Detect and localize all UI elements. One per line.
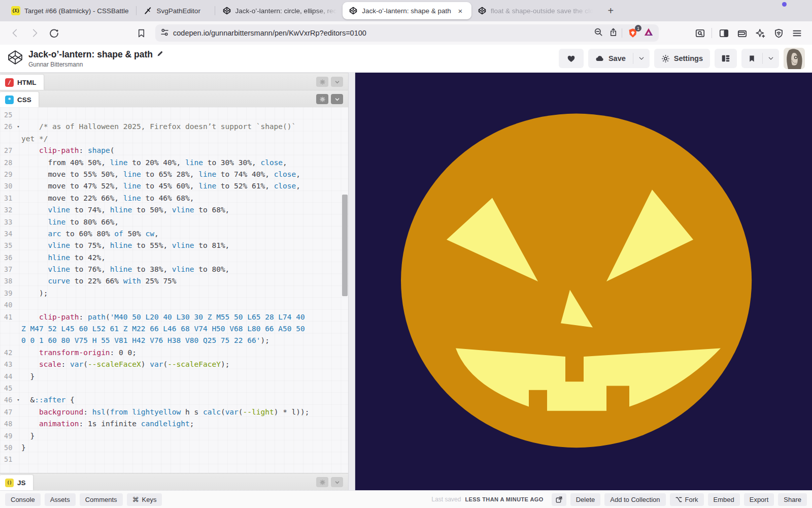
url-text[interactable]: codepen.io/gunnarbittersmann/pen/KwVxrRp…: [173, 29, 590, 37]
css-settings-gear-icon[interactable]: [316, 94, 328, 104]
back-button[interactable]: [7, 25, 23, 41]
code-line[interactable]: 46▾ &::after {: [0, 394, 348, 406]
js-collapse-caret[interactable]: [331, 477, 343, 487]
statusbar-comments-button[interactable]: Comments: [80, 493, 123, 506]
browser-tab[interactable]: {X}Target #66 (Batmicky) - CSSBattle: [5, 2, 135, 19]
pin-button[interactable]: [741, 49, 762, 68]
statusbar-console-button[interactable]: Console: [5, 493, 41, 506]
pin-options-caret[interactable]: [763, 49, 779, 68]
code-line[interactable]: 50}: [0, 442, 348, 454]
css-code-editor[interactable]: 2526▾ /* as of Halloween 2025, Firefox d…: [0, 107, 348, 473]
code-line[interactable]: 30 move to 47% 52%, line to 45% 60%, lin…: [0, 180, 348, 192]
share-button[interactable]: Share: [778, 493, 807, 506]
code-line[interactable]: 29 move to 55% 50%, line to 65% 28%, lin…: [0, 169, 348, 180]
new-tab-button[interactable]: +: [603, 4, 618, 18]
vpn-shield-icon[interactable]: [770, 25, 787, 41]
fold-gutter: [15, 252, 21, 264]
html-collapse-caret[interactable]: [331, 77, 343, 87]
leo-ai-sparkle-icon[interactable]: [752, 25, 768, 41]
browser-tab[interactable]: SvgPathEditor: [138, 2, 214, 19]
browser-tab[interactable]: Jack-o’-lantern: circle, ellipse, rec: [216, 2, 343, 19]
code-line[interactable]: 32 vline to 74%, hline to 50%, vline to …: [0, 204, 348, 216]
browser-tab[interactable]: float & shape-outside save the clo: [471, 2, 600, 19]
bookmark-icon[interactable]: [133, 25, 149, 41]
js-panel-tab[interactable]: () JS: [0, 475, 33, 490]
sidebar-toggle-icon[interactable]: [716, 25, 732, 41]
code-line[interactable]: 25: [0, 109, 348, 121]
code-line[interactable]: 31 move to 22% 66%, line to 46% 68%,: [0, 193, 348, 204]
code-line[interactable]: 38 curve to 22% 66% with 25% 75%: [0, 275, 348, 287]
layout-button[interactable]: [715, 49, 737, 68]
js-settings-gear-icon[interactable]: [316, 477, 328, 487]
reload-button[interactable]: [46, 25, 62, 41]
code-line[interactable]: 51: [0, 454, 348, 465]
code-line[interactable]: 48 animation: 1s infinite candlelight;: [0, 418, 348, 430]
html-panel-tab[interactable]: / HTML: [0, 75, 44, 90]
css-panel-bar[interactable]: * CSS: [0, 90, 348, 107]
delete-button[interactable]: Delete: [570, 493, 601, 506]
site-controls-icon[interactable]: [160, 28, 169, 39]
code-line[interactable]: 40: [0, 299, 348, 311]
line-number: 27: [0, 145, 15, 156]
code-text: animation: 1s infinite candlelight;: [21, 418, 194, 430]
codepen-logo[interactable]: [7, 49, 23, 68]
save-button[interactable]: Save: [588, 49, 633, 68]
edit-pencil-icon[interactable]: [156, 49, 163, 60]
code-line[interactable]: 26▾ /* as of Halloween 2025, Firefox doe…: [0, 121, 348, 133]
brave-shield-icon[interactable]: 1: [626, 26, 639, 40]
code-line[interactable]: Z M47 52 L45 60 L52 61 Z M22 66 L46 68 V…: [0, 323, 348, 335]
code-line[interactable]: 34 arc to 60% 80% of 50% cw,: [0, 228, 348, 240]
css-collapse-caret[interactable]: [331, 94, 343, 104]
bat-rewards-icon[interactable]: [644, 27, 654, 39]
editor-scrollbar[interactable]: [342, 195, 348, 296]
line-number: 51: [0, 454, 15, 465]
fold-caret-icon[interactable]: ▾: [15, 121, 21, 133]
code-line[interactable]: 37 vline to 76%, hline to 38%, vline to …: [0, 264, 348, 275]
code-line[interactable]: 44 }: [0, 371, 348, 383]
forward-button[interactable]: [26, 25, 43, 41]
url-bar[interactable]: codepen.io/gunnarbittersmann/pen/KwVxrRp…: [155, 24, 659, 42]
code-line[interactable]: 28 from 40% 50%, line to 20% 40%, line t…: [0, 157, 348, 169]
user-avatar[interactable]: [784, 48, 805, 69]
code-line[interactable]: 45: [0, 383, 348, 394]
browser-tab[interactable]: Jack-o’-lantern: shape & path×: [343, 2, 471, 19]
menu-hamburger-icon[interactable]: [789, 25, 805, 41]
like-button[interactable]: [559, 49, 584, 68]
code-line[interactable]: 35 vline to 75%, hline to 55%, vline to …: [0, 240, 348, 251]
share-icon[interactable]: [609, 28, 618, 39]
code-line[interactable]: 36 hline to 42%,: [0, 252, 348, 264]
tab-close-icon[interactable]: ×: [455, 6, 465, 16]
fold-caret-icon[interactable]: ▾: [15, 394, 21, 406]
html-panel-bar[interactable]: / HTML: [0, 73, 348, 90]
pen-author[interactable]: Gunnar Bittersmann: [28, 61, 163, 68]
open-in-new-window-button[interactable]: [552, 493, 566, 506]
statusbar-assets-button[interactable]: Assets: [45, 493, 76, 506]
save-options-caret[interactable]: [633, 49, 650, 68]
search-tabs-icon[interactable]: [692, 25, 708, 41]
statusbar-keys-button[interactable]: ⌘Keys: [127, 493, 162, 506]
code-line[interactable]: 39 );: [0, 288, 348, 299]
code-line[interactable]: 0 0 1 60 80 V75 H 55 V81 H42 V76 H38 V80…: [0, 335, 348, 346]
html-settings-gear-icon[interactable]: [316, 77, 328, 87]
code-line[interactable]: 27 clip-path: shape(: [0, 145, 348, 156]
settings-button[interactable]: Settings: [654, 49, 710, 68]
add-to-collection-button[interactable]: Add to Collection: [604, 493, 665, 506]
code-line[interactable]: 42 transform-origin: 0 0;: [0, 347, 348, 359]
code-line[interactable]: 43 scale: var(--scaleFaceX) var(--scaleF…: [0, 359, 348, 370]
fold-gutter: [15, 157, 21, 169]
code-line[interactable]: 41 clip-path: path('M40 50 L20 40 L30 30…: [0, 311, 348, 323]
fork-button[interactable]: Fork: [670, 493, 704, 506]
code-line[interactable]: 47 background: hsl(from lightyellow h s …: [0, 406, 348, 418]
wallet-icon[interactable]: [734, 25, 750, 41]
editor-preview-resizer[interactable]: [348, 73, 355, 490]
code-line[interactable]: 49 }: [0, 430, 348, 442]
js-panel-bar[interactable]: () JS: [0, 473, 348, 490]
export-button[interactable]: Export: [744, 493, 774, 506]
embed-button[interactable]: Embed: [708, 493, 740, 506]
zoom-out-icon[interactable]: [594, 27, 603, 39]
code-line[interactable]: yet */: [0, 133, 348, 145]
line-number: 32: [0, 204, 15, 216]
code-line[interactable]: 33 line to 80% 66%,: [0, 216, 348, 228]
svgpatheditor-favicon: [144, 6, 153, 15]
css-panel-tab[interactable]: * CSS: [0, 92, 39, 107]
